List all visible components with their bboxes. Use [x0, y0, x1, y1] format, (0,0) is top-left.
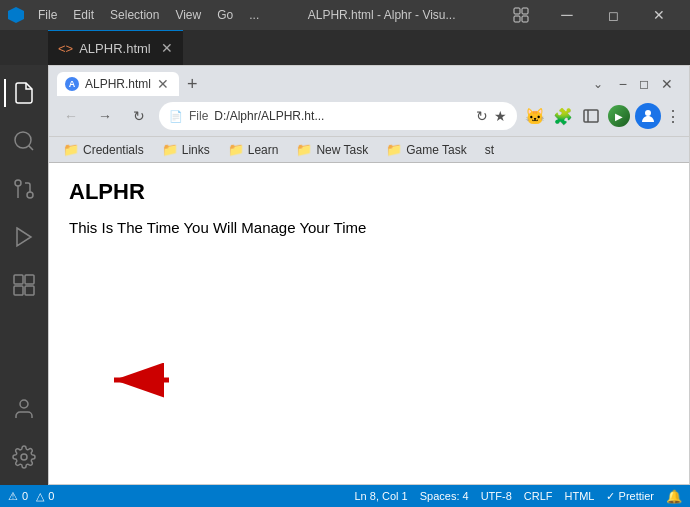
activity-run-debug[interactable] [4, 217, 44, 257]
page-paragraph: This Is The Time You Will Manage Your Ti… [69, 219, 669, 236]
svg-rect-16 [584, 110, 598, 122]
folder-icon: 📁 [386, 142, 402, 157]
svg-rect-12 [14, 286, 23, 295]
window-controls: ─ ◻ ✕ [498, 0, 682, 30]
status-formatter[interactable]: ✓ Prettier [606, 490, 654, 503]
activity-account[interactable] [4, 389, 44, 429]
status-bar-left: ⚠ 0 △ 0 [8, 490, 54, 503]
bookmark-label: Credentials [83, 143, 144, 157]
activity-explorer[interactable] [4, 73, 44, 113]
puzzle-extension-icon[interactable]: 🧩 [551, 104, 575, 128]
bookmark-learn[interactable]: 📁 Learn [222, 140, 285, 159]
menu-more[interactable]: ... [243, 6, 265, 24]
folder-icon: 📁 [296, 142, 312, 157]
svg-line-5 [29, 146, 33, 150]
chrome-menu-button[interactable]: ⋮ [665, 107, 681, 126]
activity-extensions[interactable] [4, 265, 44, 305]
menu-edit[interactable]: Edit [67, 6, 100, 24]
folder-icon: 📁 [162, 142, 178, 157]
svg-rect-3 [522, 16, 528, 22]
status-position[interactable]: Ln 8, Col 1 [355, 490, 408, 502]
menu-go[interactable]: Go [211, 6, 239, 24]
menu-view[interactable]: View [169, 6, 207, 24]
folder-icon: 📁 [228, 142, 244, 157]
bookmark-label: Learn [248, 143, 279, 157]
status-spaces[interactable]: Spaces: 4 [420, 490, 469, 502]
browser-window: A ALPHR.html ✕ + ⌄ − ◻ ✕ ← → ↻ 📄 [48, 65, 690, 485]
notification-bell-icon[interactable]: 🔔 [666, 489, 682, 504]
status-errors[interactable]: ⚠ 0 △ 0 [8, 490, 54, 503]
svg-rect-11 [25, 275, 34, 284]
bookmark-label: New Task [316, 143, 368, 157]
browser-chrome: A ALPHR.html ✕ + ⌄ − ◻ ✕ ← → ↻ 📄 [49, 66, 689, 163]
address-bar[interactable]: 📄 File D:/Alphr/ALPHR.ht... ↻ ★ [159, 102, 517, 130]
svg-point-4 [15, 132, 31, 148]
svg-rect-1 [522, 8, 528, 14]
bookmark-label: Links [182, 143, 210, 157]
bookmark-credentials[interactable]: 📁 Credentials [57, 140, 150, 159]
bookmark-star-icon[interactable]: ★ [494, 108, 507, 124]
reload-address-icon[interactable]: ↻ [476, 108, 488, 124]
status-line-ending[interactable]: CRLF [524, 490, 553, 502]
browser-active-tab[interactable]: A ALPHR.html ✕ [57, 72, 179, 96]
browser-close-button[interactable]: ✕ [657, 76, 681, 92]
bookmark-links[interactable]: 📁 Links [156, 140, 216, 159]
browser-content[interactable]: ALPHR This Is The Time You Will Manage Y… [49, 163, 689, 484]
error-icon: ⚠ [8, 490, 18, 503]
browser-extensions: 🐱 🧩 ▶ [523, 103, 681, 129]
tab-file-icon: <> [58, 41, 73, 56]
close-button[interactable]: ✕ [636, 0, 682, 30]
reload-button[interactable]: ↻ [125, 102, 153, 130]
tab-close-button[interactable]: ✕ [161, 40, 173, 56]
svg-marker-9 [17, 228, 31, 246]
browser-tab-title: ALPHR.html [85, 77, 151, 91]
status-bar: ⚠ 0 △ 0 Ln 8, Col 1 Spaces: 4 UTF-8 CRLF… [0, 485, 690, 507]
status-language[interactable]: HTML [565, 490, 595, 502]
svg-rect-2 [514, 16, 520, 22]
activity-settings[interactable] [4, 437, 44, 477]
tab-expand-button[interactable]: ⌄ [593, 77, 611, 91]
profile-extension-icon[interactable]: ▶ [607, 104, 631, 128]
browser-restore-button[interactable]: ◻ [635, 77, 653, 91]
bookmarks-bar: 📁 Credentials 📁 Links 📁 Learn 📁 New Task [49, 136, 689, 162]
back-button[interactable]: ← [57, 102, 85, 130]
tab-label: ALPHR.html [79, 41, 151, 56]
restore-button[interactable]: ◻ [590, 0, 636, 30]
tab-bar: <> ALPHR.html ✕ [0, 30, 690, 65]
forward-button[interactable]: → [91, 102, 119, 130]
minimize-button[interactable]: ─ [544, 0, 590, 30]
editor-tab-alphr[interactable]: <> ALPHR.html ✕ [48, 30, 183, 65]
tab-favicon: A [65, 77, 79, 91]
bookmark-st[interactable]: st [479, 141, 500, 159]
status-encoding[interactable]: UTF-8 [481, 490, 512, 502]
activity-search[interactable] [4, 121, 44, 161]
browser-tab-bar: A ALPHR.html ✕ + ⌄ − ◻ ✕ [49, 66, 689, 96]
svg-point-18 [645, 110, 651, 116]
new-tab-button[interactable]: + [183, 74, 202, 95]
svg-point-15 [21, 454, 27, 460]
svg-point-7 [15, 180, 21, 186]
bookmark-game-task[interactable]: 📁 Game Task [380, 140, 472, 159]
chrome-profile-icon[interactable] [635, 103, 661, 129]
activity-bar [0, 65, 48, 485]
menu-selection[interactable]: Selection [104, 6, 165, 24]
browser-minimize-button[interactable]: − [615, 76, 631, 92]
bookmark-label: Game Task [406, 143, 466, 157]
browser-nav-bar: ← → ↻ 📄 File D:/Alphr/ALPHR.ht... ↻ ★ 🐱 [49, 96, 689, 136]
svg-rect-10 [14, 275, 23, 284]
window-icons [498, 0, 544, 30]
address-url: D:/Alphr/ALPHR.ht... [214, 109, 470, 123]
cat-extension-icon[interactable]: 🐱 [523, 104, 547, 128]
sidebar-toggle-icon[interactable] [579, 104, 603, 128]
address-file-icon: 📄 [169, 110, 183, 123]
activity-bar-bottom [4, 389, 44, 485]
status-bar-right: Ln 8, Col 1 Spaces: 4 UTF-8 CRLF HTML ✓ … [355, 489, 683, 504]
browser-tab-close-button[interactable]: ✕ [157, 76, 169, 92]
folder-icon: 📁 [63, 142, 79, 157]
vscode-logo-icon [8, 7, 24, 23]
menu-file[interactable]: File [32, 6, 63, 24]
svg-point-14 [20, 400, 28, 408]
bookmark-new-task[interactable]: 📁 New Task [290, 140, 374, 159]
activity-source-control[interactable] [4, 169, 44, 209]
svg-rect-13 [25, 286, 34, 295]
